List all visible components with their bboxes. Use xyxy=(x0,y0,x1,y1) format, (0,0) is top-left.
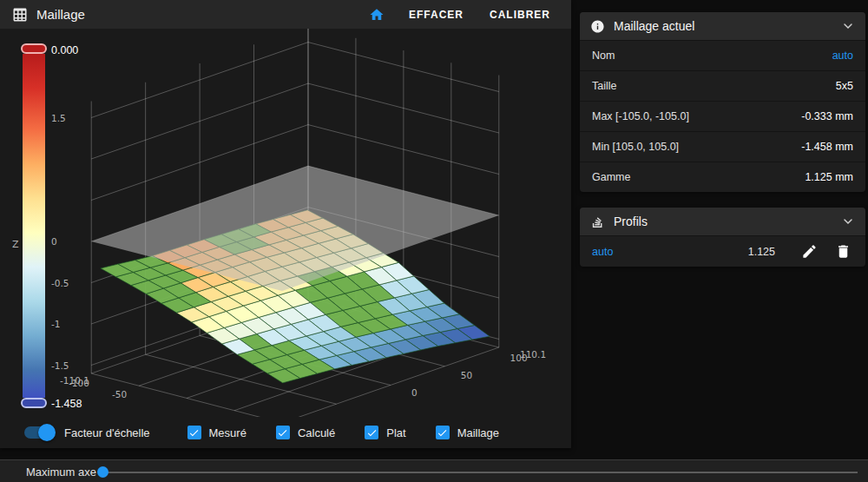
row-value: 5x5 xyxy=(836,80,853,92)
mesh-3d-plot: 1.50-0.5-1-1.5-110.1-100-50050100110.1Z … xyxy=(0,29,571,417)
checkbox-calcule[interactable]: Calculé xyxy=(276,426,335,439)
colorbar-gradient xyxy=(23,54,45,398)
checkbox-plat[interactable]: Plat xyxy=(365,426,405,439)
svg-text:-1: -1 xyxy=(51,319,60,329)
home-position-button[interactable] xyxy=(362,3,391,26)
profiles-panel-title: Profils xyxy=(614,215,832,228)
svg-text:Z: Z xyxy=(12,239,19,250)
svg-text:0: 0 xyxy=(411,387,418,398)
profiles-panel-header[interactable]: Profils xyxy=(580,208,865,235)
chevron-down-icon[interactable] xyxy=(841,19,855,33)
svg-text:-0.5: -0.5 xyxy=(51,278,69,288)
profile-range-value: 1.125 xyxy=(748,246,775,258)
colorbar-max-handle[interactable] xyxy=(21,43,47,54)
row-label: Gamme xyxy=(592,171,630,183)
row-label: Min [105.0, 105.0] xyxy=(592,141,679,153)
svg-text:1.5: 1.5 xyxy=(51,113,66,123)
calibrate-button[interactable]: CALIBRER xyxy=(481,3,559,26)
profile-name-link[interactable]: auto xyxy=(592,246,613,258)
z-max-label: Maximum axe Z xyxy=(26,465,106,479)
mesh-row-size: Taille 5x5 xyxy=(580,70,865,101)
row-value: 1.125 mm xyxy=(805,171,853,183)
right-panels: Maillage actuel Nom auto Taille 5x5 Max … xyxy=(580,12,865,267)
checkbox-icon xyxy=(436,426,450,439)
mesh-row-name: Nom auto xyxy=(580,40,865,70)
scale-factor-toggle[interactable] xyxy=(24,426,54,439)
page-title: Maillage xyxy=(36,7,85,22)
grid-icon xyxy=(12,7,28,23)
colorbar-min-label: -1.458 xyxy=(51,398,82,410)
svg-text:110.1: 110.1 xyxy=(520,349,546,360)
svg-text:-50: -50 xyxy=(112,389,127,399)
plot-controls: Facteur d'échelle MesuréCalculéPlatMaill… xyxy=(0,417,571,448)
scale-factor-label: Facteur d'échelle xyxy=(64,426,150,439)
mesh-3d-canvas[interactable]: 1.50-0.5-1-1.5-110.1-100-50050100110.1Z xyxy=(0,29,571,417)
svg-text:50: 50 xyxy=(461,370,472,380)
home-icon xyxy=(369,7,385,23)
edit-profile-button[interactable] xyxy=(799,241,819,261)
checkbox-icon xyxy=(276,426,290,439)
mesh-card: Maillage EFFACER CALIBRER 1.50-0.5-1-1.5… xyxy=(0,0,571,448)
trash-icon xyxy=(835,243,852,260)
clear-mesh-button[interactable]: EFFACER xyxy=(400,3,472,26)
colorbar-max-label: 0.000 xyxy=(51,44,78,56)
colorbar-min-handle[interactable] xyxy=(21,398,47,408)
profiles-panel: Profils auto 1.125 xyxy=(580,208,865,267)
mesh-row-max: Max [-105.0, -105.0] -0.333 mm xyxy=(580,101,865,131)
svg-text:-100: -100 xyxy=(69,378,89,388)
row-label: Taille xyxy=(592,80,617,92)
svg-text:-1.5: -1.5 xyxy=(51,360,69,371)
current-mesh-panel: Maillage actuel Nom auto Taille 5x5 Max … xyxy=(580,12,865,192)
checkbox-label: Plat xyxy=(386,426,405,439)
row-label: Max [-105.0, -105.0] xyxy=(592,110,689,122)
current-mesh-panel-title: Maillage actuel xyxy=(614,19,832,33)
stack-icon xyxy=(590,215,605,229)
row-value: -0.333 mm xyxy=(801,110,853,122)
mesh-row-range: Gamme 1.125 mm xyxy=(580,162,865,192)
checkbox-maillage[interactable]: Maillage xyxy=(436,426,499,439)
chevron-down-icon[interactable] xyxy=(841,215,855,228)
svg-text:0: 0 xyxy=(51,236,57,247)
info-icon xyxy=(590,19,605,34)
z-max-slider-bar: Maximum axe Z xyxy=(0,459,868,482)
z-max-slider-thumb[interactable] xyxy=(97,466,108,478)
row-label: Nom xyxy=(592,50,615,62)
mesh-toolbar: Maillage EFFACER CALIBRER xyxy=(0,0,571,29)
pencil-icon xyxy=(801,243,818,260)
toggle-thumb xyxy=(38,424,56,441)
checkbox-label: Calculé xyxy=(298,426,335,439)
profile-row-auto: auto 1.125 xyxy=(580,235,865,267)
mesh-row-min: Min [105.0, 105.0] -1.458 mm xyxy=(580,131,865,162)
checkbox-mesure[interactable]: Mesuré xyxy=(187,426,247,439)
z-max-slider-track[interactable] xyxy=(104,472,858,473)
series-checkboxes: MesuréCalculéPlatMaillage xyxy=(150,426,536,439)
checkbox-label: Maillage xyxy=(457,426,499,439)
checkbox-icon xyxy=(187,426,201,439)
checkbox-icon xyxy=(365,426,378,439)
checkbox-label: Mesuré xyxy=(209,426,247,439)
row-value: -1.458 mm xyxy=(801,141,853,153)
row-value: auto xyxy=(832,50,853,62)
delete-profile-button[interactable] xyxy=(833,241,853,261)
current-mesh-panel-header[interactable]: Maillage actuel xyxy=(580,12,865,40)
